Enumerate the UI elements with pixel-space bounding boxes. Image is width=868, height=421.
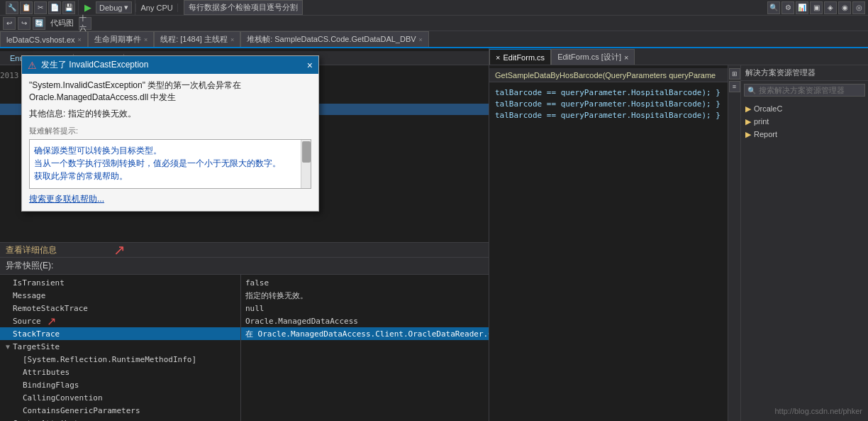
hint-box: 确保源类型可以转换为目标类型。 当从一个数字执行强制转换时，值必须是一个小于无限… — [29, 139, 311, 189]
tree-label-print: print — [754, 117, 769, 126]
code-label: 代码图 — [48, 18, 77, 28]
folder-icon-report: ▶ — [745, 130, 751, 139]
dialog-body: "System.InvalidCastException" 类型的第一次机会异常… — [22, 74, 318, 211]
toolbar-btn-5[interactable]: 💾 — [62, 1, 75, 14]
icon-btn-3[interactable]: 📊 — [796, 1, 808, 14]
vtoolbar-btn-1[interactable]: ⊞ — [729, 68, 740, 80]
icon-btn-1[interactable]: 🔍 — [767, 1, 780, 14]
nav-buttons: ↩ ↪ 🔄 代码图 十六 — [3, 17, 91, 30]
scrollbar-thumb — [302, 141, 311, 163]
nav-btn-2[interactable]: ↪ — [18, 17, 30, 30]
detail-bar-label: 查看详细信息 — [6, 244, 57, 256]
tab-vshost[interactable]: leDataCS.vshost.ex × — [0, 31, 88, 47]
tab-vshost-close[interactable]: × — [78, 36, 82, 43]
exc-val-IsTransient: false — [241, 276, 489, 289]
exc-val-CustomAttributes — [241, 417, 489, 421]
toolbar-btn-3[interactable]: ✂ — [34, 1, 47, 14]
code-area: Enumerable.cs × Shaper.cs × 2013 //if (s… — [0, 48, 489, 242]
dialog-close-button[interactable]: × — [307, 60, 313, 71]
dialog-info-text: 其他信息: 指定的转换无效。 — [29, 108, 311, 120]
exc-val-ContainsGenericParams — [241, 404, 489, 417]
debug-label: Debug — [99, 4, 122, 12]
icon-btn-7[interactable]: ◎ — [852, 1, 865, 14]
hint-label: 疑难解答提示: — [29, 126, 311, 136]
exc-val-StackTrace[interactable]: 在 Oracle.ManagedDataAccess.Client.Oracle… — [241, 327, 489, 340]
exception-values: false 指定的转换无效。 null Oracle.ManagedDataAc… — [241, 275, 489, 421]
solution-search-box[interactable]: 🔍 — [744, 84, 865, 97]
dialog-title-area: ⚠ 发生了 InvalidCastException — [28, 59, 148, 71]
folder-icon-orcale: ▶ — [745, 104, 751, 114]
exc-key-RuntimeMethodInfo[interactable]: [System.Reflection.RuntimeMethodInfo] — [0, 353, 240, 366]
cpu-label: Any CPU — [140, 4, 172, 12]
exc-key-CallingConvention[interactable]: CallingConvention — [0, 391, 240, 404]
exception-table: IsTransient Message RemoteStackTrace Sou… — [0, 275, 489, 421]
play-button[interactable]: ▶ — [82, 2, 94, 13]
nav-btn-1[interactable]: ↩ — [3, 17, 16, 30]
exception-dialog: ⚠ 发生了 InvalidCastException × "System.Inv… — [21, 55, 319, 212]
help-link[interactable]: 搜索更多联机帮助... — [29, 193, 311, 205]
dialog-title-text: 发生了 InvalidCastException — [41, 59, 148, 71]
icon-btn-4[interactable]: ▣ — [810, 1, 823, 14]
tab-thread-close[interactable]: × — [230, 36, 234, 43]
exc-key-ContainsGenericParams[interactable]: ContainsGenericParameters — [0, 404, 240, 417]
exc-key-CustomAttributes[interactable]: ▶ CustomAttributes — [0, 417, 240, 421]
exc-val-Source: Oracle.ManagedDataAccess — [241, 315, 489, 327]
tab-editform-cs[interactable]: × EditForm.cs — [489, 49, 551, 65]
source-arrow: ↗ — [47, 315, 56, 327]
exc-key-Source[interactable]: Source ↗ — [0, 315, 240, 327]
solution-panel: 解决方案资源管理器 🔍 ▶ OrcaleC ▶ print — [740, 65, 868, 421]
exc-val-Attributes — [241, 366, 489, 378]
tab-lifecycle-close[interactable]: × — [144, 36, 148, 43]
exception-panel-header: 异常快照(E): — [0, 258, 489, 275]
dropdown-arrow: ▾ — [124, 3, 128, 12]
tree-item-report[interactable]: ▶ Report — [741, 128, 868, 141]
vtoolbar-btn-2[interactable]: ≡ — [729, 81, 740, 92]
nav-btn-4[interactable]: 十六 — [79, 17, 91, 30]
tab-thread-label: 线程: [1484] 主线程 — [160, 34, 228, 45]
tab-lifecycle[interactable]: 生命周期事件 × — [88, 31, 154, 47]
toolbar-btn-2[interactable]: 📋 — [20, 1, 33, 14]
top-toolbar: 🔧 📋 ✂ 📄 💾 ▶ Debug ▾ Any CPU 每行数据多个检验项目逐号… — [0, 0, 868, 16]
tabs-row: leDataCS.vshost.ex × 生命周期事件 × 线程: [1484]… — [0, 31, 868, 48]
tab-editform-design[interactable]: EditForm.cs [设计] × — [551, 49, 635, 65]
left-panel: Enumerable.cs × Shaper.cs × 2013 //if (s… — [0, 48, 489, 421]
tab-vshost-label: leDataCS.vshost.ex — [6, 35, 75, 44]
tab-editform-design-close[interactable]: × — [624, 53, 628, 62]
solution-search-input[interactable] — [759, 86, 862, 94]
exception-panel-title: 异常快照(E): — [6, 260, 53, 272]
tree-item-print[interactable]: ▶ print — [741, 115, 868, 128]
warning-icon: ⚠ — [28, 60, 37, 71]
icon-btn-6[interactable]: ◉ — [838, 1, 851, 14]
right-code-line-2: talBarcode == queryParameter.HospitalBar… — [489, 98, 728, 109]
tab-lifecycle-label: 生命周期事件 — [94, 34, 141, 45]
exc-key-StackTrace[interactable]: StackTrace — [0, 327, 240, 340]
toolbar-btn-4[interactable]: 📄 — [48, 1, 61, 14]
right-code-area: GetSampleDataByHosBarcode(QueryParameter… — [489, 65, 728, 421]
toolbar-btn-1[interactable]: 🔧 — [6, 1, 18, 14]
exc-val-TargetSite — [241, 340, 489, 353]
exc-key-BindingFlags[interactable]: BindingFlags — [0, 378, 240, 391]
icon-btn-2[interactable]: ⚙ — [781, 1, 794, 14]
tab-stack-close[interactable]: × — [419, 36, 423, 43]
tree-item-orcale[interactable]: ▶ OrcaleC — [741, 102, 868, 115]
tab-editform-cs-close[interactable]: × — [496, 53, 500, 62]
exception-panel: 异常快照(E): IsTransient Message RemoteSta — [0, 258, 489, 421]
detail-bar[interactable]: 查看详细信息 ↗ — [0, 242, 489, 258]
right-tabs-row: × EditForm.cs EditForm.cs [设计] × — [489, 48, 868, 65]
exc-key-IsTransient[interactable]: IsTransient — [0, 276, 240, 289]
tab-stack[interactable]: 堆栈帧: SampleDataCS.Code.GetDataDAL_DBV × — [240, 31, 429, 47]
hint-scrollbar[interactable] — [301, 140, 311, 188]
exc-key-Attributes[interactable]: Attributes — [0, 366, 240, 378]
tab-thread[interactable]: 线程: [1484] 主线程 × — [154, 31, 240, 47]
nav-btn-3[interactable]: 🔄 — [33, 17, 45, 30]
exc-val-RuntimeMethodInfo — [241, 353, 489, 366]
exc-key-TargetSite[interactable]: ▼ TargetSite — [0, 340, 240, 353]
exc-key-Message[interactable]: Message — [0, 289, 240, 302]
cpu-section: Any CPU — [135, 4, 177, 12]
secondary-toolbar: ↩ ↪ 🔄 代码图 十六 — [0, 16, 868, 31]
debug-dropdown[interactable]: Debug ▾ — [96, 1, 132, 13]
icon-btn-5[interactable]: ◈ — [824, 1, 837, 14]
exc-key-RemoteStackTrace[interactable]: RemoteStackTrace — [0, 302, 240, 315]
exc-val-RemoteStackTrace: null — [241, 302, 489, 315]
right-code-line-1: talBarcode == queryParameter.HospitalBar… — [489, 87, 728, 98]
